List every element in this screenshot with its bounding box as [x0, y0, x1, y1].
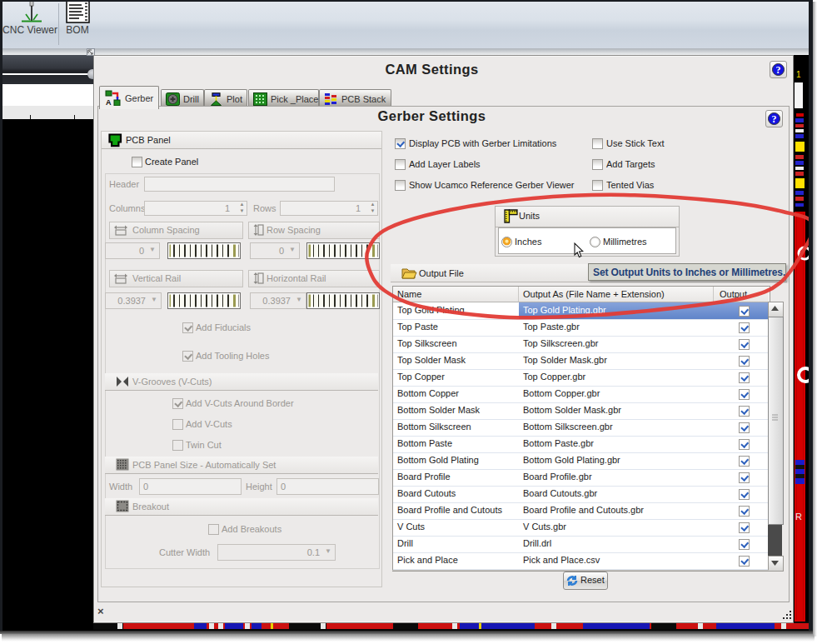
svg-text:A: A [106, 98, 112, 106]
